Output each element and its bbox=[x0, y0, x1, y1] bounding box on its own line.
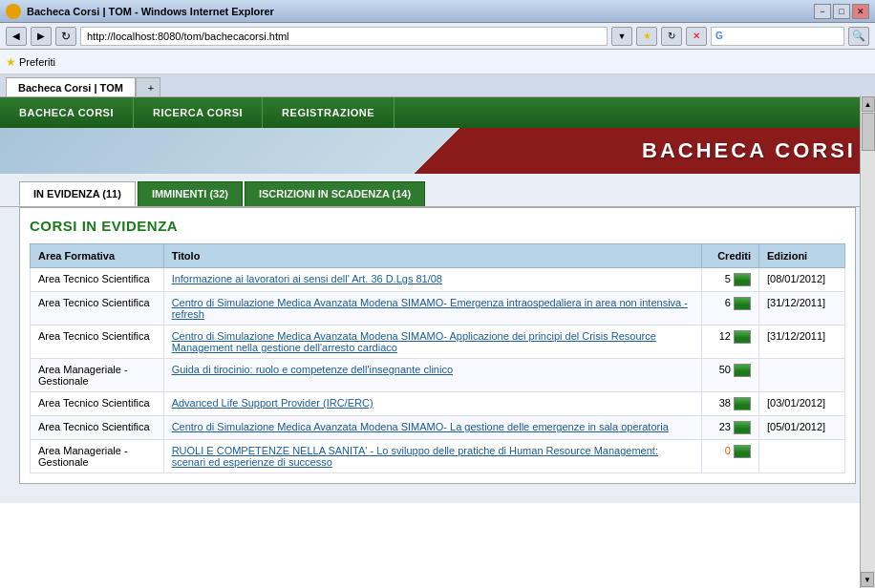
scroll-down-button[interactable]: ▼ bbox=[861, 572, 874, 587]
cell-area: Area Manageriale - Gestionale bbox=[31, 359, 164, 392]
cell-area: Area Manageriale - Gestionale bbox=[31, 440, 164, 473]
cell-edizioni: [08/01/2012] bbox=[759, 268, 845, 292]
cell-crediti: 50 bbox=[702, 359, 759, 392]
cell-titolo: Centro di Simulazione Medica Avanzata Mo… bbox=[163, 292, 701, 326]
table-row: Area Tecnico ScientificaCentro di Simula… bbox=[31, 292, 845, 326]
title-bar: Bacheca Corsi | TOM - Windows Internet E… bbox=[0, 0, 875, 23]
tab-label: Bacheca Corsi | TOM bbox=[18, 82, 123, 94]
address-input[interactable] bbox=[80, 27, 608, 46]
navigate-button[interactable]: ▼ bbox=[611, 27, 632, 46]
reload-button[interactable]: ↻ bbox=[661, 27, 682, 46]
cell-edizioni: [03/01/2012] bbox=[759, 392, 845, 416]
tab-imminenti[interactable]: IMMINENTI (32) bbox=[138, 181, 243, 206]
window-title: Bacheca Corsi | TOM - Windows Internet E… bbox=[27, 6, 274, 17]
main-content: CORSI IN EVIDENZA Area Formativa Titolo … bbox=[0, 206, 875, 503]
tab-bar: Bacheca Corsi | TOM + bbox=[0, 74, 875, 97]
search-logo: G bbox=[715, 31, 723, 41]
chart-icon[interactable] bbox=[734, 273, 751, 286]
cell-titolo: Advanced Life Support Provider (IRC/ERC) bbox=[163, 392, 701, 416]
page-header: BACHECA CORSI bbox=[0, 128, 875, 174]
cell-titolo: Guida di tirocinio: ruolo e competenze d… bbox=[163, 359, 701, 392]
course-link[interactable]: RUOLI E COMPETENZE NELLA SANITA' - Lo sv… bbox=[172, 445, 658, 468]
cell-crediti: 38 bbox=[702, 392, 759, 416]
section-title: CORSI IN EVIDENZA bbox=[30, 218, 845, 234]
scrollbar[interactable]: ▲ ▼ bbox=[860, 95, 875, 588]
cell-area: Area Tecnico Scientifica bbox=[31, 416, 164, 440]
nav-label-registrazione: REGISTRAZIONE bbox=[282, 107, 374, 118]
nav-ricerca-corsi[interactable]: RICERCA CORSI bbox=[134, 97, 263, 128]
tab-bacheca-corsi[interactable]: Bacheca Corsi | TOM bbox=[6, 77, 136, 96]
chart-icon[interactable] bbox=[734, 397, 751, 410]
col-titolo: Titolo bbox=[163, 244, 701, 268]
chart-icon[interactable] bbox=[734, 330, 751, 344]
content-box: CORSI IN EVIDENZA Area Formativa Titolo … bbox=[19, 207, 856, 484]
favorites-label: Preferiti bbox=[19, 56, 55, 68]
table-row: Area Manageriale - GestionaleGuida di ti… bbox=[31, 359, 845, 392]
cell-crediti: 0 bbox=[702, 440, 759, 473]
nav-label-bacheca: BACHECA CORSI bbox=[19, 107, 114, 118]
table-row: Area Tecnico ScientificaCentro di Simula… bbox=[31, 416, 845, 440]
search-box: G bbox=[711, 27, 844, 46]
cell-titolo: Centro di Simulazione Medica Avanzata Mo… bbox=[163, 416, 701, 440]
col-edizioni: Edizioni bbox=[759, 244, 845, 268]
cell-edizioni bbox=[759, 359, 845, 392]
chart-icon[interactable] bbox=[734, 445, 751, 458]
star-icon: ★ bbox=[6, 55, 16, 69]
maximize-button[interactable]: □ bbox=[833, 4, 850, 19]
close-button[interactable]: ✕ bbox=[852, 4, 869, 19]
table-row: Area Tecnico ScientificaInformazione ai … bbox=[31, 268, 845, 292]
tab-new[interactable]: + bbox=[136, 77, 160, 96]
tab-in-evidenza[interactable]: IN EVIDENZA (11) bbox=[19, 181, 136, 206]
browser-icon bbox=[6, 4, 21, 19]
address-bar: ◀ ▶ ↻ ▼ ★ ↻ ✕ G 🔍 bbox=[0, 23, 875, 50]
course-link[interactable]: Informazione ai lavoratori ai sensi dell… bbox=[172, 273, 442, 284]
cell-area: Area Tecnico Scientifica bbox=[31, 392, 164, 416]
nav-menu: BACHECA CORSI RICERCA CORSI REGISTRAZION… bbox=[0, 97, 875, 128]
window-controls: − □ ✕ bbox=[814, 4, 869, 19]
cell-titolo: Centro di Simulazione Medica Avanzata Mo… bbox=[163, 326, 701, 359]
table-row: Area Tecnico ScientificaCentro di Simula… bbox=[31, 326, 845, 359]
cell-area: Area Tecnico Scientifica bbox=[31, 268, 164, 292]
tab-iscrizioni-scadenza[interactable]: ISCRIZIONI IN SCADENZA (14) bbox=[245, 181, 425, 206]
course-link[interactable]: Centro di Simulazione Medica Avanzata Mo… bbox=[172, 330, 656, 353]
content-tabs: IN EVIDENZA (11) IMMINENTI (32) ISCRIZIO… bbox=[0, 174, 875, 206]
table-row: Area Manageriale - GestionaleRUOLI E COM… bbox=[31, 440, 845, 473]
cell-titolo: RUOLI E COMPETENZE NELLA SANITA' - Lo sv… bbox=[163, 440, 701, 473]
nav-registrazione[interactable]: REGISTRAZIONE bbox=[263, 97, 395, 128]
table-row: Area Tecnico ScientificaAdvanced Life Su… bbox=[31, 392, 845, 416]
minimize-button[interactable]: − bbox=[814, 4, 831, 19]
favorites-bar: ★ Preferiti bbox=[0, 50, 875, 74]
course-link[interactable]: Advanced Life Support Provider (IRC/ERC) bbox=[172, 397, 373, 409]
cell-edizioni: [05/01/2012] bbox=[759, 416, 845, 440]
search-input[interactable] bbox=[723, 31, 819, 42]
col-area: Area Formativa bbox=[31, 244, 164, 268]
favorites-button[interactable]: ★ Preferiti bbox=[6, 55, 55, 69]
courses-table: Area Formativa Titolo Crediti Edizioni A… bbox=[30, 243, 845, 473]
scroll-up-button[interactable]: ▲ bbox=[862, 96, 875, 112]
forward-button[interactable]: ▶ bbox=[31, 27, 52, 46]
cell-area: Area Tecnico Scientifica bbox=[31, 326, 164, 359]
course-link[interactable]: Guida di tirocinio: ruolo e competenze d… bbox=[172, 364, 453, 375]
page-title: BACHECA CORSI bbox=[642, 138, 856, 163]
cell-crediti: 23 bbox=[702, 416, 759, 440]
scroll-thumb[interactable] bbox=[862, 113, 875, 151]
nav-bacheca-corsi[interactable]: BACHECA CORSI bbox=[0, 97, 134, 128]
cell-edizioni: [31/12/2011] bbox=[759, 292, 845, 326]
cell-area: Area Tecnico Scientifica bbox=[31, 292, 164, 326]
chart-icon[interactable] bbox=[734, 421, 751, 434]
chart-icon[interactable] bbox=[734, 364, 751, 377]
refresh-button[interactable]: ↻ bbox=[55, 27, 76, 46]
cell-edizioni: [31/12/2011] bbox=[759, 326, 845, 359]
back-button[interactable]: ◀ bbox=[6, 27, 27, 46]
nav-label-ricerca: RICERCA CORSI bbox=[153, 107, 243, 118]
cell-edizioni bbox=[759, 440, 845, 473]
chart-icon[interactable] bbox=[734, 297, 751, 310]
cell-crediti: 6 bbox=[702, 292, 759, 326]
course-link[interactable]: Centro di Simulazione Medica Avanzata Mo… bbox=[172, 297, 688, 320]
favorites-icon[interactable]: ★ bbox=[636, 27, 657, 46]
search-button[interactable]: 🔍 bbox=[848, 27, 869, 46]
course-link[interactable]: Centro di Simulazione Medica Avanzata Mo… bbox=[172, 421, 669, 432]
col-crediti: Crediti bbox=[702, 244, 759, 268]
cell-titolo: Informazione ai lavoratori ai sensi dell… bbox=[163, 268, 701, 292]
stop-button[interactable]: ✕ bbox=[686, 27, 707, 46]
